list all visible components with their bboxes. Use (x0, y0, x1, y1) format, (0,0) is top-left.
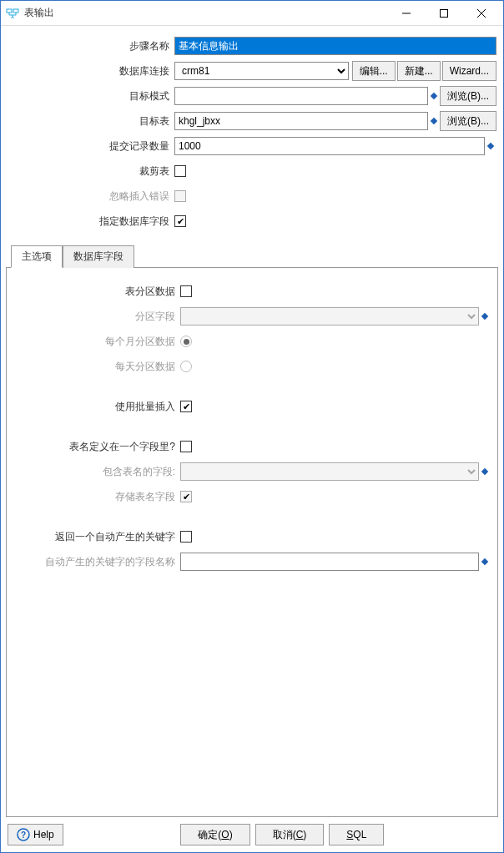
ignore-insert-err-checkbox (174, 190, 186, 202)
app-icon (6, 7, 19, 20)
new-button[interactable]: 新建... (397, 61, 441, 81)
row-table-in-field: 表名定义在一个字段里? (13, 437, 491, 457)
browse-table-button[interactable]: 浏览(B)... (440, 111, 496, 131)
target-schema-label: 目标模式 (8, 89, 174, 103)
tab-db-fields[interactable]: 数据库字段 (63, 245, 134, 268)
target-schema-input[interactable] (174, 87, 428, 105)
row-commit-size: 提交记录数量 (8, 136, 496, 156)
target-table-label: 目标表 (8, 114, 174, 129)
partition-checkbox[interactable] (180, 285, 192, 297)
content-area: 步骤名称 数据库连接 crm81 编辑... 新建... Wizard... 目… (1, 26, 503, 852)
specify-db-fields-checkbox[interactable] (174, 215, 186, 227)
ignore-insert-err-label: 忽略插入错误 (8, 189, 174, 204)
window-title: 表输出 (24, 6, 387, 20)
return-auto-key-checkbox[interactable] (180, 531, 192, 543)
svg-rect-11 (481, 558, 488, 565)
svg-rect-10 (481, 468, 488, 475)
wizard-button[interactable]: Wizard... (442, 61, 496, 81)
svg-rect-7 (431, 118, 437, 124)
variable-icon[interactable] (430, 117, 438, 125)
row-use-batch: 使用批量插入 (13, 396, 491, 416)
db-connection-select[interactable]: crm81 (174, 62, 349, 80)
partition-label: 表分区数据 (13, 285, 180, 299)
row-daily-partition: 每天分区数据 (13, 356, 491, 376)
minimize-button[interactable] (387, 2, 425, 25)
db-connection-label: 数据库连接 (8, 64, 174, 78)
top-form: 步骤名称 数据库连接 crm81 编辑... 新建... Wizard... 目… (1, 26, 503, 245)
window-titlebar: 表输出 (1, 1, 503, 26)
variable-icon (481, 467, 489, 476)
row-db-connection: 数据库连接 crm81 编辑... 新建... Wizard... (8, 61, 496, 81)
return-auto-key-label: 返回一个自动产生的关键字 (13, 530, 180, 544)
variable-icon (481, 312, 489, 321)
commit-size-label: 提交记录数量 (8, 139, 174, 154)
daily-partition-label: 每天分区数据 (13, 360, 180, 374)
auto-key-field-label: 自动产生的关键字的字段名称 (13, 555, 180, 569)
use-batch-label: 使用批量插入 (13, 400, 180, 414)
partition-field-label: 分区字段 (13, 310, 180, 324)
row-target-table: 目标表 浏览(B)... (8, 111, 496, 131)
svg-rect-0 (7, 9, 12, 13)
truncate-label: 裁剪表 (8, 164, 174, 179)
table-in-field-checkbox[interactable] (180, 441, 192, 452)
variable-icon[interactable] (430, 92, 438, 100)
svg-rect-6 (431, 93, 437, 99)
tab-bar: 主选项 数据库字段 (6, 245, 498, 268)
svg-text:?: ? (21, 830, 26, 840)
store-table-field-label: 存储表名字段 (13, 490, 180, 504)
dialog-footer: ? Help 确定(O) 取消(C) SQL (1, 817, 503, 852)
svg-rect-1 (13, 9, 18, 13)
step-name-label: 步骤名称 (8, 39, 174, 53)
monthly-partition-radio (180, 336, 192, 347)
use-batch-checkbox[interactable] (180, 401, 192, 412)
svg-rect-8 (487, 143, 494, 149)
cancel-button[interactable]: 取消(C) (255, 824, 325, 845)
help-icon: ? (17, 828, 30, 841)
row-contain-table-field: 包含表名的字段: (13, 462, 491, 482)
step-name-input[interactable] (174, 37, 496, 55)
row-truncate: 裁剪表 (8, 161, 496, 181)
help-label: Help (33, 829, 54, 840)
maximize-button[interactable] (425, 2, 462, 25)
close-button[interactable] (462, 2, 500, 25)
contain-table-field-select (180, 462, 479, 481)
row-ignore-insert-err: 忽略插入错误 (8, 186, 496, 206)
sql-button[interactable]: SQL (329, 824, 384, 845)
row-partition: 表分区数据 (13, 281, 491, 301)
contain-table-field-label: 包含表名的字段: (13, 465, 180, 479)
row-return-auto-key: 返回一个自动产生的关键字 (13, 527, 491, 547)
partition-field-select (180, 307, 479, 326)
edit-button[interactable]: 编辑... (352, 61, 396, 81)
help-button[interactable]: ? Help (8, 824, 63, 845)
tab-content-main: 表分区数据 分区字段 每个月分区数据 每天分区数据 使用批量插入 表名定义在一个… (6, 268, 498, 817)
row-auto-key-field: 自动产生的关键字的字段名称 (13, 552, 491, 572)
svg-rect-9 (481, 313, 488, 320)
daily-partition-radio (180, 361, 192, 372)
browse-schema-button[interactable]: 浏览(B)... (440, 86, 496, 106)
row-step-name: 步骤名称 (8, 36, 496, 56)
row-partition-field: 分区字段 (13, 306, 491, 326)
variable-icon (481, 558, 489, 566)
monthly-partition-label: 每个月分区数据 (13, 335, 180, 349)
row-specify-db-fields: 指定数据库字段 (8, 211, 496, 231)
table-in-field-label: 表名定义在一个字段里? (13, 440, 180, 454)
specify-db-fields-label: 指定数据库字段 (8, 215, 174, 229)
store-table-field-checkbox (180, 491, 192, 502)
svg-rect-3 (440, 9, 447, 17)
auto-key-field-input (180, 553, 479, 571)
truncate-checkbox[interactable] (174, 165, 186, 177)
row-monthly-partition: 每个月分区数据 (13, 331, 491, 351)
commit-size-input[interactable] (174, 137, 485, 155)
tab-main[interactable]: 主选项 (11, 245, 63, 268)
row-store-table-field: 存储表名字段 (13, 487, 491, 507)
variable-icon[interactable] (486, 142, 495, 150)
row-target-schema: 目标模式 浏览(B)... (8, 86, 496, 106)
target-table-input[interactable] (174, 112, 428, 130)
ok-button[interactable]: 确定(O) (180, 824, 249, 845)
